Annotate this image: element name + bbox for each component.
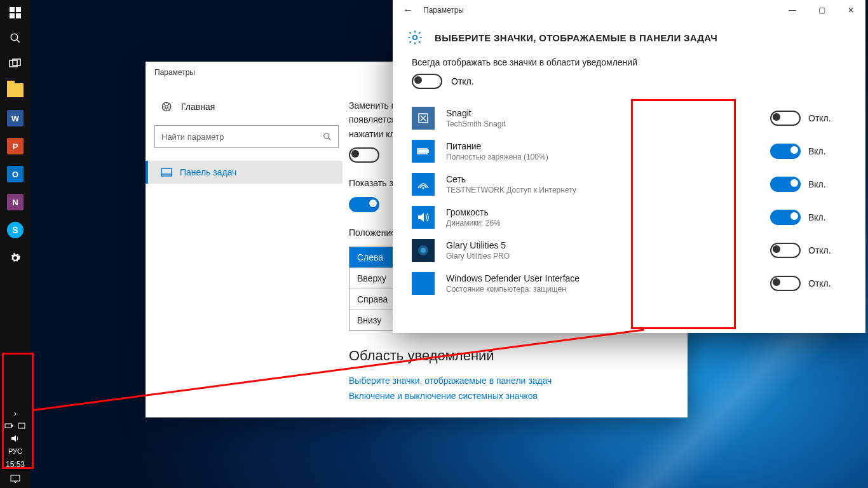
search-input[interactable]: Найти параметр <box>154 125 339 148</box>
network-icon[interactable] <box>17 422 26 430</box>
app-toggle[interactable] <box>770 276 801 291</box>
language-indicator[interactable]: РУС <box>8 447 22 455</box>
gear-icon <box>407 29 423 46</box>
app-name: Громкость <box>446 207 759 217</box>
app-toggle-state: Откл. <box>808 278 831 288</box>
svg-point-23 <box>423 187 424 189</box>
outlook-icon[interactable]: O <box>0 160 31 188</box>
app-icon <box>412 107 435 130</box>
home-label: Главная <box>181 102 215 112</box>
app-toggle-state: Откл. <box>808 113 831 123</box>
svg-rect-0 <box>10 7 15 12</box>
app-icon <box>412 140 435 163</box>
tray-app-row: Windows Defender User InterfaceСостояние… <box>412 267 846 300</box>
app-info: SnagitTechSmith Snagit <box>446 108 759 128</box>
app-toggle[interactable] <box>770 111 801 126</box>
powerpoint-icon[interactable]: P <box>0 132 31 160</box>
always-show-toggle[interactable] <box>412 74 442 89</box>
maximize-button[interactable]: ▢ <box>807 0 836 20</box>
powershell-toggle[interactable] <box>349 147 379 163</box>
svg-rect-3 <box>16 13 21 18</box>
svg-rect-16 <box>161 168 172 176</box>
app-subtitle: Динамики: 26% <box>446 219 759 227</box>
tray-app-row: СетьTESTNETWORK Доступ к ИнтернетуВкл. <box>412 168 846 201</box>
tray-apps-list: SnagitTechSmith SnagitОткл.ПитаниеПолнос… <box>412 102 846 300</box>
app-subtitle: TESTNETWORK Доступ к Интернету <box>446 186 759 194</box>
app-name: Питание <box>446 141 759 151</box>
app-name: Snagit <box>446 108 759 118</box>
tray-app-row: ПитаниеПолностью заряжена (100%)Вкл. <box>412 135 846 168</box>
window-title: Параметры <box>423 6 464 15</box>
search-icon <box>323 132 332 141</box>
svg-rect-2 <box>10 13 15 18</box>
task-view-icon[interactable] <box>0 51 31 76</box>
svg-rect-21 <box>427 150 428 152</box>
settings-icon[interactable] <box>0 244 31 272</box>
app-toggle[interactable] <box>770 243 801 258</box>
show-icons-toggle[interactable] <box>349 197 379 212</box>
app-icon <box>412 173 435 196</box>
svg-line-15 <box>329 138 331 140</box>
file-explorer-icon[interactable] <box>0 76 31 104</box>
action-center-icon[interactable] <box>10 475 20 484</box>
battery-icon[interactable] <box>4 423 13 429</box>
svg-point-14 <box>324 133 329 139</box>
home-nav-item[interactable]: Главная <box>154 96 342 118</box>
app-toggle[interactable] <box>770 144 801 159</box>
minimize-button[interactable]: — <box>778 0 807 20</box>
svg-point-4 <box>11 34 18 41</box>
word-icon[interactable]: W <box>0 104 31 132</box>
clock[interactable]: 15:53 <box>6 460 25 469</box>
app-subtitle: Состояние компьютера: защищен <box>446 285 759 294</box>
svg-rect-9 <box>11 425 13 426</box>
svg-point-25 <box>421 248 426 253</box>
app-subtitle: Glary Utilities PRO <box>446 252 759 261</box>
app-subtitle: TechSmith Snagit <box>446 119 759 128</box>
app-name: Glary Utilities 5 <box>446 240 759 250</box>
app-icon <box>412 239 435 262</box>
app-icon <box>412 272 435 295</box>
settings-window-tray-icons: ← Параметры — ▢ ✕ ВЫБЕРИТЕ ЗНАЧКИ, ОТОБР… <box>393 0 865 333</box>
app-toggle[interactable] <box>770 177 801 192</box>
sidebar-item-taskbar[interactable]: Панель задач <box>146 161 342 184</box>
search-icon[interactable] <box>0 25 31 51</box>
onenote-icon[interactable]: N <box>0 188 31 216</box>
app-info: Windows Defender User InterfaceСостояние… <box>446 273 759 294</box>
app-subtitle: Полностью заряжена (100%) <box>446 152 759 161</box>
svg-line-5 <box>17 39 20 43</box>
app-toggle[interactable] <box>770 210 801 225</box>
app-icon <box>412 206 435 229</box>
app-toggle-state: Откл. <box>808 245 831 255</box>
svg-rect-1 <box>16 7 21 12</box>
link-system-icons[interactable]: Включение и выключение системных значков <box>349 391 668 401</box>
search-placeholder: Найти параметр <box>161 132 224 142</box>
titlebar: ← Параметры — ▢ ✕ <box>393 0 865 20</box>
sidebar-item-label: Панель задач <box>180 167 236 177</box>
system-tray: › РУС 15:53 <box>4 407 26 488</box>
app-toggle-state: Вкл. <box>808 212 826 222</box>
volume-icon[interactable] <box>11 435 20 442</box>
always-show-state: Откл. <box>451 76 474 86</box>
svg-rect-10 <box>18 423 25 428</box>
app-info: Glary Utilities 5Glary Utilities PRO <box>446 240 759 261</box>
svg-point-18 <box>413 36 417 40</box>
tray-expand-icon[interactable]: › <box>14 409 17 418</box>
settings-sidebar: Главная Найти параметр Панель задач <box>146 83 342 417</box>
tray-app-row: SnagitTechSmith SnagitОткл. <box>412 102 846 135</box>
back-button[interactable]: ← <box>398 0 418 20</box>
start-button[interactable] <box>0 0 31 25</box>
close-button[interactable]: ✕ <box>836 0 865 20</box>
page-heading: ВЫБЕРИТЕ ЗНАЧКИ, ОТОБРАЖАЕМЫЕ В ПАНЕЛИ З… <box>435 32 717 43</box>
svg-rect-11 <box>11 475 20 481</box>
svg-rect-22 <box>419 150 426 152</box>
svg-point-13 <box>165 105 168 109</box>
tray-app-row: Glary Utilities 5Glary Utilities PROОткл… <box>412 234 846 267</box>
app-info: ГромкостьДинамики: 26% <box>446 207 759 227</box>
app-name: Windows Defender User Interface <box>446 273 759 283</box>
skype-icon[interactable]: S <box>0 216 31 244</box>
app-info: СетьTESTNETWORK Доступ к Интернету <box>446 174 759 194</box>
app-toggle-state: Вкл. <box>808 179 826 189</box>
link-select-icons[interactable]: Выберите значки, отображаемые в панели з… <box>349 376 668 386</box>
section-heading-notifications: Область уведомлений <box>349 348 668 364</box>
tray-app-row: ГромкостьДинамики: 26%Вкл. <box>412 201 846 234</box>
